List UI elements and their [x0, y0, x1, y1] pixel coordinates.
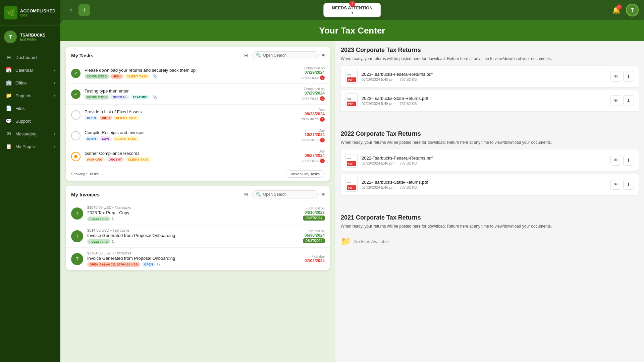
sidebar-item-messaging[interactable]: ✉ Messaging ›	[0, 127, 60, 140]
task-check-open[interactable]	[71, 131, 80, 140]
task-tags: OPEN LOW CLIENT TASK	[85, 136, 277, 141]
tag-open: OPEN	[85, 116, 98, 120]
file-name: 2023-Tsarbucks-Federal-Returns.pdf	[362, 72, 606, 77]
pdf-icon: PDFFILE	[345, 69, 358, 84]
search-icon: 🔍	[256, 53, 261, 58]
tag-high: HIGH	[110, 74, 123, 79]
search-icon: 🔍	[256, 192, 261, 197]
invoice-info: $514.80 USD • Tsarbucks Invoice Generate…	[87, 228, 277, 244]
file-actions: 👁 ⬇	[610, 95, 634, 106]
view-file-button[interactable]: 👁	[610, 71, 621, 82]
file-meta: 07/29/2024 5:46 pm · 737.82 KB	[362, 161, 606, 165]
task-check-completed[interactable]: ✓	[71, 69, 80, 78]
no-files-label: No Files Available	[354, 239, 389, 244]
no-files-message: 📁 No Files Available	[341, 233, 639, 249]
tag-low: LOW	[100, 136, 112, 141]
file-details: 2023-Tsarbucks-State-Returns.pdf 07/29/2…	[362, 96, 606, 106]
files-count: 0	[320, 96, 325, 101]
edit-profile-link[interactable]: Edit Profile	[20, 38, 45, 41]
view-all-tasks-button[interactable]: View all My Tasks	[286, 170, 325, 178]
invoice-name: Invoice Generated from Proposal Onboardi…	[87, 233, 277, 238]
invoices-options-button[interactable]: ≡	[322, 192, 325, 197]
tasks-search-bar[interactable]: 🔍	[252, 51, 319, 59]
date-badge: 06/27/2024	[303, 216, 325, 221]
task-files-badge: TASK FILES 0	[281, 138, 325, 142]
invoice-name: Invoice Generated from Proposal Onboardi…	[87, 256, 277, 261]
projects-icon: 📁	[5, 93, 12, 99]
office-icon: 🏢	[5, 80, 12, 86]
chevron-right-icon: ›	[54, 68, 55, 72]
sidebar-item-label: Files	[15, 106, 55, 111]
needs-attention-badge[interactable]: ! NEEDS ATTENTION ▾	[323, 3, 381, 17]
calendar-icon: 📅	[5, 67, 12, 73]
task-files-badge: TASK FILES 0	[281, 96, 325, 101]
invoices-search-bar[interactable]: 🔍	[252, 190, 319, 198]
topbar: « + ! NEEDS ATTENTION ▾ 🔔 2 T	[60, 0, 644, 20]
invoices-filter-button[interactable]: ⊟	[244, 192, 248, 197]
refresh-icon[interactable]: ↻	[157, 262, 160, 267]
invoice-meta: Fully paid on 06/30/2024 06/27/2024	[281, 229, 325, 243]
sidebar-item-dashboard[interactable]: ⊞ Dashboard	[0, 51, 60, 64]
tax-section-title: 2022 Corporate Tax Returns	[341, 130, 639, 137]
profile-area: T TSARBUCKS Edit Profile	[0, 26, 60, 48]
file-item: PDFFILE 2022-Tsarbucks-Federal-Returns.p…	[341, 149, 639, 171]
tasks-filter-button[interactable]: ⊟	[244, 53, 248, 58]
download-file-button[interactable]: ⬇	[623, 95, 634, 106]
messaging-icon: ✉	[5, 131, 12, 137]
left-panel: My Tasks ⊟ 🔍 ≡ ✓ Please download your re…	[60, 41, 335, 362]
sidebar-item-my-pages[interactable]: 📋 My Pages ›	[0, 140, 60, 153]
task-check-working[interactable]	[71, 152, 80, 161]
download-file-button[interactable]: ⬇	[623, 179, 634, 190]
table-row: Compile Receipts and Invoices OPEN LOW C…	[66, 125, 330, 146]
topbar-right: 🔔 2 T	[610, 4, 639, 16]
svg-text:PDF: PDF	[348, 103, 353, 105]
sidebar-item-label: Calendar	[15, 68, 51, 73]
task-check-completed[interactable]: ✓	[71, 89, 80, 99]
topbar-left: « +	[66, 4, 90, 16]
download-file-button[interactable]: ⬇	[623, 155, 634, 166]
tax-section-2021: 2021 Corporate Tax Returns When ready, y…	[341, 214, 639, 249]
view-file-button[interactable]: 👁	[610, 95, 621, 106]
notifications-button[interactable]: 🔔 2	[610, 4, 622, 16]
refresh-icon[interactable]: ↻	[111, 239, 115, 244]
tasks-search-input[interactable]	[263, 53, 310, 58]
invoices-search-input[interactable]	[263, 192, 310, 197]
svg-text:PDF: PDF	[348, 79, 353, 81]
sidebar-item-calendar[interactable]: 📅 Calendar ›	[0, 64, 60, 76]
sidebar-item-office[interactable]: 🏢 Office ›	[0, 76, 60, 89]
user-avatar[interactable]: T	[626, 4, 639, 16]
sidebar-item-files[interactable]: 📄 Files	[0, 102, 60, 115]
task-name: Compile Receipts and Invoices	[85, 130, 277, 135]
chevron-right-icon: ›	[54, 132, 55, 136]
refresh-icon[interactable]: ↻	[111, 217, 115, 221]
task-files-badge: TASK FILES 0	[281, 117, 325, 122]
support-icon: 💬	[5, 118, 12, 124]
file-actions: 👁 ⬇	[610, 71, 634, 82]
collapse-sidebar-button[interactable]: «	[66, 5, 76, 15]
invoice-date: 06/30/2024	[281, 233, 325, 238]
task-name: Provide a List of Fixed Assets	[85, 109, 277, 114]
file-meta: 07/29/2024 5:45 pm · 737.82 KB	[362, 102, 606, 106]
sidebar-item-support[interactable]: 💬 Support	[0, 115, 60, 127]
needs-attention-dot: !	[349, 1, 355, 7]
task-tags: COMPLETED HIGH CLIENT TASK 📎	[85, 74, 277, 79]
my-invoices-header: My Invoices ⊟ 🔍 ≡	[66, 186, 330, 202]
download-file-button[interactable]: ⬇	[623, 71, 634, 82]
invoice-amount: $3764.80 USD • Tsarbucks	[87, 251, 277, 255]
tasks-options-button[interactable]: ≡	[322, 53, 325, 58]
list-item: T $1040.00 USD • Tsarbucks 2023 Tax Prep…	[66, 202, 330, 225]
files-count: 0	[320, 159, 325, 163]
file-actions: 👁 ⬇	[610, 179, 634, 190]
view-file-button[interactable]: 👁	[610, 155, 621, 166]
list-item: T $3764.80 USD • Tsarbucks Invoice Gener…	[66, 247, 330, 270]
task-check-open[interactable]	[71, 110, 80, 120]
working-indicator	[74, 155, 77, 158]
logo-area: 🌿 ACCOMPLISHED cpas	[0, 0, 60, 26]
add-button[interactable]: +	[78, 4, 90, 16]
task-files-label: TASK FILES	[302, 159, 319, 163]
invoice-info: $3764.80 USD • Tsarbucks Invoice Generat…	[87, 251, 277, 267]
view-file-button[interactable]: 👁	[610, 179, 621, 190]
sidebar-item-projects[interactable]: 📁 Projects ›	[0, 89, 60, 102]
tag-fully-paid: FULLY PAID	[87, 239, 110, 244]
task-tags: OPEN HIGH CLIENT TASK	[85, 116, 277, 120]
